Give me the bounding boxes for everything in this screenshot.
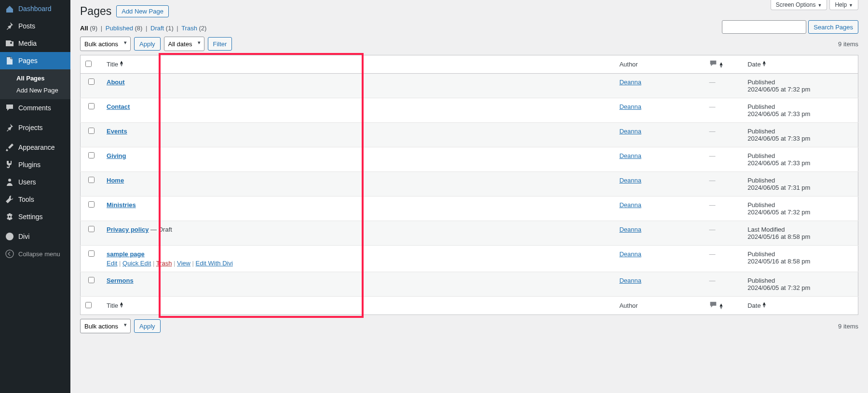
submenu-item[interactable]: All Pages bbox=[0, 72, 70, 84]
search-pages-button[interactable]: Search Pages bbox=[808, 20, 858, 34]
bulk-actions-select[interactable]: Bulk actions bbox=[80, 37, 131, 51]
svg-point-2 bbox=[9, 216, 11, 218]
sidebar-item-pages[interactable]: Pages bbox=[0, 52, 70, 69]
select-all-checkbox[interactable] bbox=[85, 61, 92, 67]
sidebar-item-projects[interactable]: Projects bbox=[0, 119, 70, 136]
column-comments-footer[interactable]: ▲▼ bbox=[704, 297, 743, 315]
column-comments[interactable]: ▲▼ bbox=[704, 55, 743, 74]
row-checkbox[interactable] bbox=[88, 103, 95, 109]
comment-icon bbox=[709, 59, 718, 68]
author-link[interactable]: Deanna bbox=[619, 152, 641, 159]
sidebar-item-label: Dashboard bbox=[18, 5, 52, 13]
date-value: 2024/06/05 at 7:31 pm bbox=[747, 184, 810, 191]
page-title-link[interactable]: Giving bbox=[107, 152, 126, 159]
author-link[interactable]: Deanna bbox=[619, 250, 641, 258]
search-input[interactable] bbox=[722, 20, 806, 34]
edit-divi-link[interactable]: Edit With Divi bbox=[196, 260, 233, 267]
collapse-icon bbox=[5, 249, 14, 259]
sidebar-item-label: Comments bbox=[18, 104, 51, 112]
help-tab[interactable]: Help▼ bbox=[829, 0, 858, 10]
column-date[interactable]: Date▲▼ bbox=[743, 55, 858, 74]
author-link[interactable]: Deanna bbox=[619, 79, 641, 86]
trash-link[interactable]: Trash bbox=[156, 260, 172, 267]
status-suffix: — Draft bbox=[149, 226, 172, 233]
column-author-footer[interactable]: Author bbox=[614, 297, 704, 315]
chevron-down-icon: ▼ bbox=[817, 3, 822, 8]
media-icon bbox=[5, 39, 14, 48]
filter-all[interactable]: All bbox=[80, 25, 88, 32]
column-author[interactable]: Author bbox=[614, 55, 704, 74]
page-title-link[interactable]: sample page bbox=[107, 250, 145, 258]
sidebar-item-label: Pages bbox=[18, 57, 38, 65]
page-title: Pages bbox=[80, 5, 111, 18]
pages-table: Title▲▼ Author ▲▼ Date▲▼ About Deanna — … bbox=[80, 55, 858, 315]
page-title-link[interactable]: Ministries bbox=[107, 201, 136, 209]
bulk-actions-select-bottom[interactable]: Bulk actions bbox=[80, 319, 131, 333]
row-checkbox[interactable] bbox=[88, 128, 95, 134]
collapse-menu[interactable]: Collapse menu bbox=[0, 245, 70, 262]
sidebar-item-dashboard[interactable]: Dashboard bbox=[0, 0, 70, 17]
comments-count: — bbox=[709, 201, 715, 209]
row-checkbox[interactable] bbox=[88, 277, 95, 283]
apply-button[interactable]: Apply bbox=[134, 37, 161, 51]
page-title-link[interactable]: About bbox=[107, 79, 125, 86]
sidebar-item-label: Appearance bbox=[18, 144, 55, 151]
filter-trash[interactable]: Trash bbox=[181, 25, 197, 32]
table-row: Home Deanna — Published2024/06/05 at 7:3… bbox=[81, 172, 858, 196]
sidebar-item-users[interactable]: Users bbox=[0, 173, 70, 191]
table-row: Giving Deanna — Published2024/06/05 at 7… bbox=[81, 147, 858, 172]
sidebar-item-settings[interactable]: Settings bbox=[0, 208, 70, 225]
tools-icon bbox=[5, 195, 14, 204]
sidebar-item-label: Plugins bbox=[18, 161, 41, 169]
quick-edit-link[interactable]: Quick Edit bbox=[122, 260, 151, 267]
sidebar-item-appearance[interactable]: Appearance bbox=[0, 139, 70, 156]
author-link[interactable]: Deanna bbox=[619, 103, 641, 110]
main-content: Screen Options▼ Help▼ Pages Add New Page… bbox=[70, 0, 868, 393]
comments-count: — bbox=[709, 79, 715, 86]
sidebar-item-posts[interactable]: Posts bbox=[0, 17, 70, 35]
column-date-footer[interactable]: Date▲▼ bbox=[743, 297, 858, 315]
row-checkbox[interactable] bbox=[88, 201, 95, 208]
sidebar-item-label: Projects bbox=[18, 124, 43, 131]
author-link[interactable]: Deanna bbox=[619, 226, 641, 233]
select-all-checkbox-bottom[interactable] bbox=[85, 302, 92, 308]
settings-icon bbox=[5, 212, 14, 222]
comments-count: — bbox=[709, 103, 715, 110]
page-title-link[interactable]: Contact bbox=[107, 103, 130, 110]
row-checkbox[interactable] bbox=[88, 177, 95, 183]
date-status: Published bbox=[747, 103, 775, 110]
author-link[interactable]: Deanna bbox=[619, 177, 641, 184]
chevron-down-icon: ▼ bbox=[849, 3, 853, 8]
sidebar-item-plugins[interactable]: Plugins bbox=[0, 156, 70, 173]
author-link[interactable]: Deanna bbox=[619, 277, 641, 284]
row-checkbox[interactable] bbox=[88, 226, 95, 232]
sidebar-item-tools[interactable]: Tools bbox=[0, 191, 70, 208]
submenu-item[interactable]: Add New Page bbox=[0, 84, 70, 96]
apply-button-bottom[interactable]: Apply bbox=[134, 319, 161, 333]
sidebar-item-comments[interactable]: Comments bbox=[0, 99, 70, 117]
page-title-link[interactable]: Sermons bbox=[107, 277, 134, 284]
row-checkbox[interactable] bbox=[88, 152, 95, 158]
items-count-bottom: 9 items bbox=[838, 323, 858, 330]
filter-button[interactable]: Filter bbox=[208, 37, 232, 51]
edit-link[interactable]: Edit bbox=[107, 260, 117, 267]
sidebar-item-media[interactable]: Media bbox=[0, 35, 70, 52]
page-title-link[interactable]: Privacy policy bbox=[107, 226, 149, 233]
author-link[interactable]: Deanna bbox=[619, 128, 641, 135]
page-title-link[interactable]: Home bbox=[107, 177, 124, 184]
author-link[interactable]: Deanna bbox=[619, 201, 641, 209]
filter-draft[interactable]: Draft bbox=[150, 25, 164, 32]
row-checkbox[interactable] bbox=[88, 250, 95, 257]
page-title-link[interactable]: Events bbox=[107, 128, 127, 135]
date-value: 2024/06/05 at 7:32 pm bbox=[747, 284, 810, 291]
column-title[interactable]: Title▲▼ bbox=[102, 55, 614, 74]
date-filter-select[interactable]: All dates bbox=[164, 37, 204, 51]
column-title-footer[interactable]: Title▲▼ bbox=[102, 297, 614, 315]
add-new-page-button[interactable]: Add New Page bbox=[116, 5, 169, 17]
filter-published[interactable]: Published bbox=[106, 25, 133, 32]
row-checkbox[interactable] bbox=[88, 79, 95, 85]
screen-options-tab[interactable]: Screen Options▼ bbox=[771, 0, 827, 10]
comment-icon bbox=[709, 301, 718, 309]
view-link[interactable]: View bbox=[177, 260, 190, 267]
sidebar-item-divi[interactable]: Divi bbox=[0, 228, 70, 245]
